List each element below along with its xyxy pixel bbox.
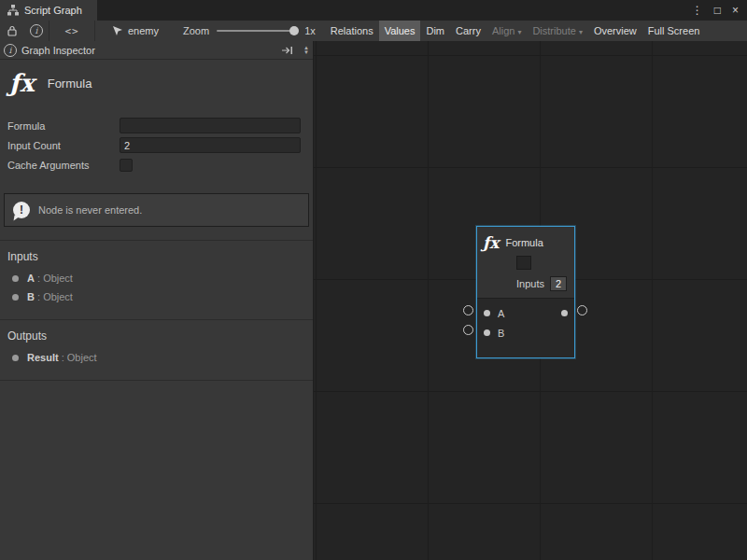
code-view-icon[interactable]: <> (49, 21, 94, 41)
align-button[interactable]: Align ▾ (486, 21, 527, 41)
toolbar-buttons: Relations Values Dim Carry Align ▾ Distr… (325, 21, 706, 41)
input-count-input[interactable] (120, 137, 301, 153)
node-port-row-b: B (477, 323, 574, 343)
values-button[interactable]: Values (379, 21, 421, 41)
window-titlebar: Script Graph ⋮ □ × (0, 0, 747, 21)
info-icon[interactable]: i (24, 21, 49, 41)
node-input-count-field[interactable]: 2 (550, 276, 567, 291)
input-port-b: BObject (12, 291, 305, 302)
graph-inspector-title: Graph Inspector (21, 45, 95, 56)
port-dot-icon (12, 275, 19, 282)
outputs-section: Outputs ResultObject (0, 319, 313, 381)
warning-icon: ! (13, 202, 30, 218)
graph-toolbar: i <> enemy Zoom 1x Relations Values Dim … (0, 21, 747, 42)
tab-label: Script Graph (24, 5, 82, 16)
node-port-label: B (498, 328, 504, 339)
tab-script-graph[interactable]: Script Graph (0, 0, 97, 21)
window-controls: ⋮ □ × (692, 0, 747, 21)
close-icon[interactable]: × (732, 4, 739, 17)
overview-button[interactable]: Overview (588, 21, 642, 41)
node-port-row-a: A (477, 303, 574, 323)
relations-button[interactable]: Relations (325, 21, 379, 41)
target-label: enemy (128, 25, 159, 36)
spinner-icon[interactable]: ▲ ▼ (303, 46, 309, 55)
warning-box: ! Node is never entered. (4, 193, 309, 227)
cache-arguments-checkbox[interactable] (120, 159, 133, 172)
lock-icon[interactable] (0, 21, 24, 41)
outer-port-a-icon[interactable] (463, 305, 473, 315)
distribute-button[interactable]: Distribute ▾ (527, 21, 587, 41)
graph-canvas[interactable]: ƒx Formula Inputs 2 A B (314, 41, 747, 560)
zoom-slider-knob[interactable] (289, 26, 299, 35)
formula-field-label: Formula (7, 120, 120, 132)
warning-text: Node is never entered. (38, 204, 142, 216)
input-count-label: Input Count (7, 140, 120, 151)
node-port-label: A (498, 308, 504, 319)
formula-node-ports: A B (477, 298, 574, 357)
inputs-header: Inputs (7, 250, 305, 263)
cache-arguments-label: Cache Arguments (7, 160, 120, 171)
port-dot-icon (12, 294, 19, 301)
graph-target[interactable]: enemy (112, 25, 159, 36)
chevron-down-icon: ▾ (579, 28, 583, 36)
outputs-header: Outputs (7, 329, 305, 343)
cache-arguments-field-row: Cache Arguments (7, 157, 301, 173)
maximize-icon[interactable]: □ (714, 4, 721, 17)
graph-inspector-header: i Graph Inspector ▲ ▼ (0, 41, 313, 60)
inspector-title-block: ƒx Formula (0, 60, 313, 110)
dim-button[interactable]: Dim (420, 21, 450, 41)
node-formula-input[interactable] (516, 256, 531, 270)
info-icon: i (4, 44, 17, 57)
output-port-result-icon[interactable] (561, 310, 568, 316)
node-inputs-label: Inputs (516, 278, 544, 289)
chevron-down-icon: ▾ (517, 28, 521, 36)
toolbar-separator (94, 21, 95, 41)
input-port-a-icon[interactable] (484, 310, 490, 316)
formula-field-row: Formula (7, 118, 301, 133)
zoom-value: 1x (304, 25, 316, 36)
zoom-label: Zoom (183, 25, 209, 36)
formula-node[interactable]: ƒx Formula Inputs 2 A B (476, 226, 575, 358)
window-menu-icon[interactable]: ⋮ (692, 4, 703, 17)
formula-node-title: Formula (505, 237, 543, 248)
inspector-fields: Formula Input Count Cache Arguments (0, 110, 313, 182)
input-count-field-row: Input Count (7, 137, 301, 153)
inspector-node-title: Formula (48, 77, 92, 91)
zoom-slider[interactable] (217, 30, 295, 32)
graph-inspector-panel: i Graph Inspector ▲ ▼ ƒx Formula Formula… (0, 41, 314, 560)
port-dot-icon (12, 355, 19, 361)
output-port-result: ResultObject (12, 352, 305, 363)
target-cursor-icon (112, 25, 123, 36)
dock-icon[interactable] (281, 46, 293, 55)
outer-port-b-icon[interactable] (463, 325, 473, 335)
formula-fx-icon: ƒx (483, 233, 499, 252)
formula-fx-icon: ƒx (9, 71, 35, 95)
full-screen-button[interactable]: Full Screen (642, 21, 706, 41)
formula-node-header[interactable]: ƒx Formula Inputs 2 (477, 227, 574, 298)
outer-port-result-icon[interactable] (577, 305, 587, 315)
inputs-section: Inputs AObject BObject (0, 240, 313, 319)
carry-button[interactable]: Carry (450, 21, 486, 41)
formula-input[interactable] (120, 118, 301, 133)
script-graph-icon (7, 5, 19, 16)
input-port-b-icon[interactable] (484, 329, 490, 336)
input-port-a: AObject (12, 273, 305, 284)
